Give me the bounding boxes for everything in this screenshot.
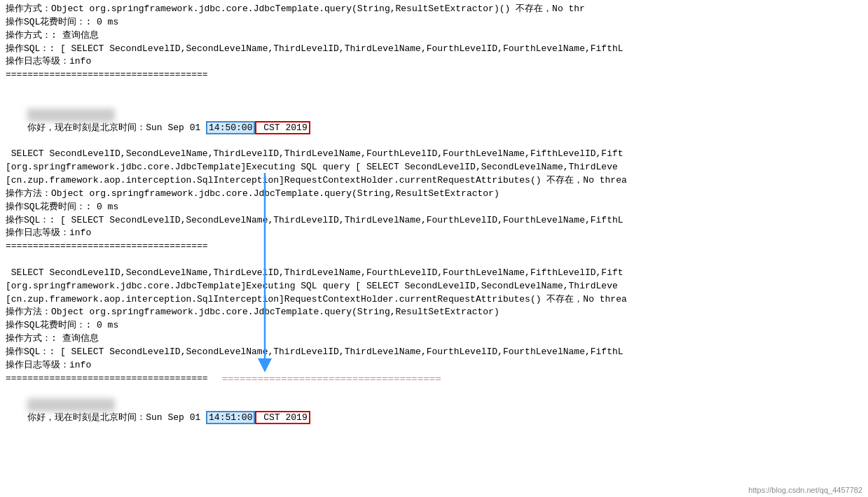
log-line: 操作方法：Object org.springframework.jdbc.cor… (6, 306, 862, 319)
log-line-empty (6, 82, 862, 95)
hello-line-2: ████████████████ 你好，现在时刻是北京时间：Sun Sep 01… (6, 385, 862, 438)
log-line-empty-2 (6, 253, 862, 267)
hello-prefix-1: 你好，现在时刻是北京时间：Sun Sep 01 (27, 122, 206, 133)
log-container: 操作方式：Object org.springframework.jdbc.cor… (0, 0, 868, 497)
log-line: [cn.zup.framework.aop.interception.SqlIn… (6, 293, 862, 307)
log-line: SELECT SecondLevelID,SecondLevelName,Thi… (6, 267, 862, 280)
log-line: [cn.zup.framework.aop.interception.SqlIn… (6, 174, 862, 188)
log-line-level-info: 操作日志等级：info (6, 55, 862, 69)
log-line-level-info-3: 操作日志等级：info (6, 359, 862, 372)
svg-marker-1 (258, 358, 272, 372)
url-watermark: https://blog.csdn.net/qq_4457782 (748, 486, 862, 494)
log-line: 操作SQL花费时间：: 0 ms (6, 16, 862, 29)
separator-2: ===================================== (6, 240, 862, 253)
log-line: 操作SQL：: [ SELECT SecondLevelID,SecondLev… (6, 43, 862, 56)
log-level-info-2: info (69, 227, 91, 238)
hello-line-1: ████████████████ 你好，现在时刻是北京时间：Sun Sep 01… (6, 95, 862, 148)
separator-3: ===================================== (6, 372, 208, 386)
log-level-info-3: info (69, 360, 91, 370)
log-line: 操作SQL：: [ SELECT SecondLevelID,SecondLev… (6, 346, 862, 359)
log-line: SELECT SecondLevelID,SecondLevelName,Thi… (6, 148, 862, 161)
log-line-level-info-2: 操作日志等级：info (6, 227, 862, 240)
cst-highlight-2: CST 2019 (255, 411, 310, 424)
cst-highlight-1: CST 2019 (255, 121, 310, 134)
log-line: 操作方法：Object org.springframework.jdbc.cor… (6, 188, 862, 201)
log-line: 操作方式：Object org.springframework.jdbc.cor… (6, 3, 862, 16)
log-line: 操作SQL花费时间：: 0 ms (6, 201, 862, 214)
log-line: 操作方式：: 查询信息 (6, 332, 862, 346)
log-line: 操作方式：: 查询信息 (6, 29, 862, 43)
hello-prefix-2: 你好，现在时刻是北京时间：Sun Sep 01 (27, 412, 206, 423)
log-level-info: info (69, 56, 91, 66)
arrow-down-icon (254, 173, 275, 383)
log-line: [org.springframework.jdbc.core.JdbcTempl… (6, 280, 862, 293)
separator-annotation-row: ===================================== ==… (6, 372, 862, 386)
time-highlight-2: 14:51:00 (206, 411, 255, 424)
log-line: 操作SQL：: [ SELECT SecondLevelID,SecondLev… (6, 214, 862, 227)
time-highlight-1: 14:50:00 (206, 121, 255, 134)
separator: ===================================== (6, 69, 862, 82)
blurred-avatar-2: ████████████████ (27, 398, 115, 412)
blurred-avatar-1: ████████████████ (27, 108, 115, 122)
log-line: [org.springframework.jdbc.core.JdbcTempl… (6, 161, 862, 174)
log-line: 操作SQL花费时间：: 0 ms (6, 319, 862, 332)
